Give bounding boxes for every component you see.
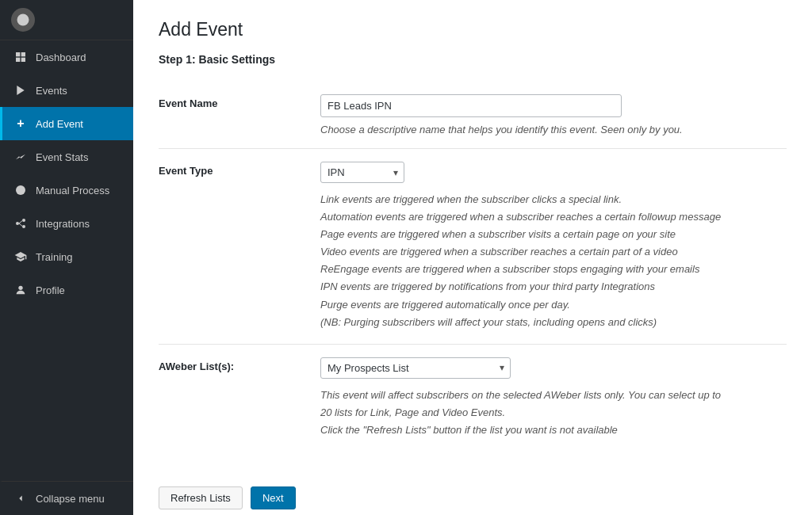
aweber-lists-field: My Prospects List This event will affect… bbox=[320, 357, 787, 439]
event-name-row: Event Name Choose a descriptive name tha… bbox=[159, 82, 787, 148]
event-type-desc-video: Video events are triggered when a subscr… bbox=[320, 246, 678, 258]
event-type-field: Link Automation Page Video ReEngage IPN … bbox=[320, 162, 787, 331]
profile-icon bbox=[13, 283, 28, 297]
event-type-desc-page: Page events are triggered when a subscri… bbox=[320, 228, 676, 240]
integrations-icon bbox=[13, 216, 28, 231]
sidebar-item-training[interactable]: Training bbox=[0, 240, 133, 273]
step-label: Step 1: Basic Settings bbox=[159, 53, 787, 66]
event-type-desc-link: Link events are triggered when the subsc… bbox=[320, 193, 622, 205]
event-type-row: Event Type Link Automation Page Video Re… bbox=[159, 148, 787, 344]
event-name-hint: Choose a descriptive name that helps you… bbox=[320, 124, 787, 135]
collapse-icon bbox=[13, 491, 28, 505]
event-name-label: Event Name bbox=[159, 94, 301, 135]
aweber-lists-hint: This event will affect subscribers on th… bbox=[320, 387, 787, 439]
svg-rect-3 bbox=[16, 58, 20, 62]
event-type-select-wrap: Link Automation Page Video ReEngage IPN … bbox=[320, 162, 404, 183]
sidebar-collapse[interactable]: Collapse menu bbox=[0, 481, 133, 515]
sidebar-item-event-stats-label: Event Stats bbox=[36, 151, 88, 163]
sidebar-item-event-stats[interactable]: Event Stats bbox=[0, 140, 133, 174]
sidebar-item-dashboard-label: Dashboard bbox=[36, 52, 86, 63]
manual-process-icon bbox=[13, 183, 28, 197]
sidebar-item-profile[interactable]: Profile bbox=[0, 273, 133, 307]
aweber-lists-select[interactable]: My Prospects List bbox=[320, 357, 511, 379]
sidebar-item-integrations[interactable]: Integrations bbox=[0, 207, 133, 240]
aweber-lists-select-wrap: My Prospects List bbox=[320, 357, 511, 379]
sidebar: Dashboard Events + Add Event Event Stats… bbox=[0, 0, 133, 515]
dashboard-icon bbox=[13, 50, 28, 64]
form-section: Event Name Choose a descriptive name tha… bbox=[159, 82, 787, 452]
svg-point-9 bbox=[16, 222, 19, 225]
event-type-descriptions: Link events are triggered when the subsc… bbox=[320, 191, 787, 331]
event-type-desc-purge: Purge events are triggered automatically… bbox=[320, 299, 570, 311]
sidebar-item-profile-label: Profile bbox=[36, 284, 65, 296]
event-stats-icon bbox=[13, 150, 28, 164]
event-type-label: Event Type bbox=[159, 162, 301, 331]
event-type-select[interactable]: Link Automation Page Video ReEngage IPN … bbox=[320, 162, 404, 183]
events-icon bbox=[13, 83, 28, 97]
event-name-field: Choose a descriptive name that helps you… bbox=[320, 94, 787, 135]
aweber-lists-row: AWeber List(s): My Prospects List This e… bbox=[159, 344, 787, 452]
sidebar-item-manual-process[interactable]: Manual Process bbox=[0, 174, 133, 207]
aweber-lists-label: AWeber List(s): bbox=[159, 357, 301, 439]
event-type-desc-ipn: IPN events are triggered by notification… bbox=[320, 280, 655, 292]
event-type-desc-reengage: ReEngage events are triggered when a sub… bbox=[320, 263, 699, 275]
sidebar-item-integrations-label: Integrations bbox=[36, 218, 90, 230]
sidebar-item-dashboard[interactable]: Dashboard bbox=[0, 40, 133, 74]
svg-marker-5 bbox=[17, 86, 24, 95]
main-content: Add Event Step 1: Basic Settings Event N… bbox=[133, 0, 812, 515]
svg-line-12 bbox=[19, 221, 22, 223]
app-logo-icon bbox=[11, 8, 35, 32]
collapse-label: Collapse menu bbox=[36, 493, 105, 505]
svg-point-10 bbox=[22, 219, 25, 222]
button-row: Refresh Lists Next bbox=[159, 474, 787, 509]
training-icon bbox=[13, 250, 28, 264]
next-button[interactable]: Next bbox=[251, 486, 296, 509]
sidebar-item-manual-process-label: Manual Process bbox=[36, 185, 109, 196]
event-name-input[interactable] bbox=[320, 94, 622, 117]
svg-line-13 bbox=[19, 223, 22, 226]
svg-rect-1 bbox=[16, 52, 20, 56]
aweber-hint-line1: This event will affect subscribers on th… bbox=[320, 389, 721, 401]
svg-point-11 bbox=[22, 225, 25, 228]
aweber-hint-line2: 20 lists for Link, Page and Video Events… bbox=[320, 406, 505, 418]
event-type-desc-automation: Automation events are triggered when a s… bbox=[320, 211, 721, 223]
sidebar-item-add-event-label: Add Event bbox=[36, 118, 83, 130]
refresh-lists-button[interactable]: Refresh Lists bbox=[159, 486, 243, 509]
sidebar-item-add-event[interactable]: + Add Event bbox=[0, 107, 133, 140]
page-title: Add Event bbox=[159, 19, 787, 40]
svg-point-14 bbox=[18, 286, 22, 290]
event-type-desc-note: (NB: Purging subscribers will affect you… bbox=[320, 316, 657, 328]
sidebar-item-training-label: Training bbox=[36, 251, 72, 263]
svg-point-0 bbox=[17, 14, 29, 26]
sidebar-item-events[interactable]: Events bbox=[0, 74, 133, 107]
svg-rect-4 bbox=[21, 58, 25, 62]
sidebar-logo bbox=[0, 0, 133, 40]
add-event-icon: + bbox=[13, 116, 28, 131]
svg-rect-2 bbox=[21, 52, 25, 56]
sidebar-item-events-label: Events bbox=[36, 85, 67, 97]
aweber-hint-line3: Click the "Refresh Lists" button if the … bbox=[320, 424, 618, 436]
